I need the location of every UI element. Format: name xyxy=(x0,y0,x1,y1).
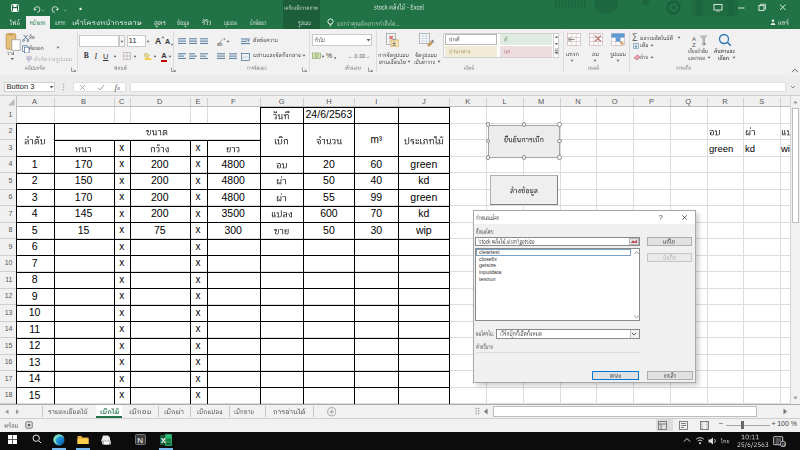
svg-text:X: X xyxy=(160,436,165,445)
svg-text:ab: ab xyxy=(217,41,223,45)
svg-text:±: ± xyxy=(392,40,396,47)
svg-text:N: N xyxy=(137,436,143,445)
svg-text:A: A xyxy=(692,36,696,42)
svg-text:11: 11 xyxy=(781,442,785,446)
